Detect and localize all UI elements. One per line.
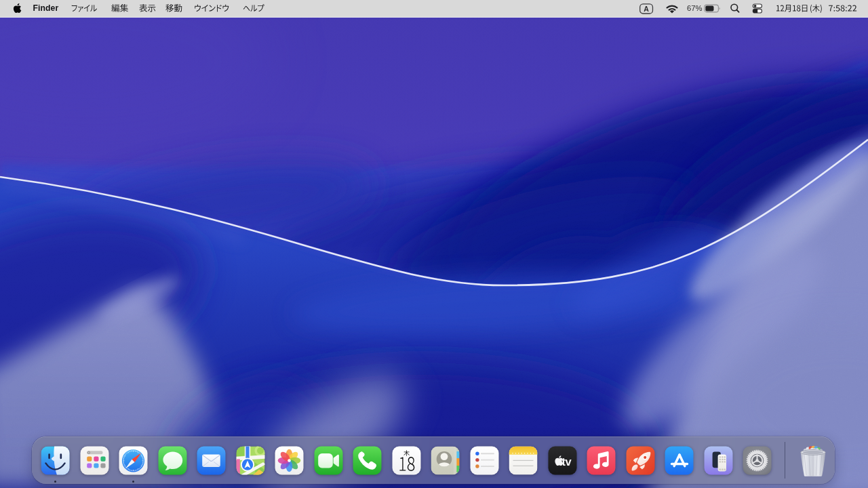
photos-icon [275, 446, 304, 475]
dock-item-trash[interactable] [797, 445, 829, 477]
menu-file[interactable] [66, 0, 102, 17]
dock-item-photos[interactable] [275, 446, 304, 475]
music-icon [587, 446, 616, 475]
calendar-icon [392, 446, 421, 475]
dock-item-contacts[interactable] [431, 446, 460, 475]
wallpaper [0, 0, 868, 488]
iphone-mirroring-icon [704, 446, 733, 475]
menu-window-label-glyphs [193, 0, 230, 17]
dock-item-launchpad[interactable] [80, 446, 109, 475]
system-settings-icon [743, 446, 772, 475]
dock-item-maps[interactable] [236, 446, 265, 475]
battery-percent: 67% [687, 0, 701, 18]
reminders-icon [470, 446, 499, 475]
dock-item-messages[interactable] [158, 446, 187, 475]
dock-item-system-settings[interactable] [743, 446, 772, 475]
messages-icon [158, 446, 187, 475]
dock-separator [785, 442, 785, 479]
dock-item-facetime[interactable] [314, 446, 343, 475]
menu-go[interactable] [160, 0, 188, 17]
maps-icon [236, 446, 265, 475]
search-icon [730, 0, 741, 17]
input-source-badge[interactable]: A [639, 0, 654, 17]
notes-icon [509, 446, 538, 475]
control-center-icon [752, 0, 763, 17]
menu-help[interactable] [237, 0, 270, 17]
dock-item-music[interactable] [587, 446, 616, 475]
control-center-button[interactable] [752, 0, 763, 17]
dock-item-notes[interactable] [509, 446, 538, 475]
active-app-name[interactable]: Finder [33, 0, 59, 17]
wifi-icon [666, 0, 678, 17]
menu-clock[interactable] [776, 0, 861, 17]
launchpad-icon [80, 446, 109, 475]
tv-icon: tv [548, 446, 577, 475]
menu-window[interactable] [189, 0, 235, 17]
wifi-indicator[interactable] [666, 0, 678, 17]
menu-edit-label-glyphs [111, 0, 129, 17]
finder-icon [41, 446, 70, 475]
clock-glyphs [776, 0, 861, 17]
app-store-icon [665, 446, 694, 475]
menu-file-label-glyphs [71, 0, 98, 17]
menu-view[interactable] [134, 0, 161, 17]
menu-view-label-glyphs [138, 0, 157, 17]
dock-item-safari[interactable] [119, 446, 148, 475]
menu-bar: Finder [0, 0, 868, 18]
dock-item-mail[interactable] [197, 446, 226, 475]
apple-menu[interactable] [9, 0, 25, 17]
spotlight-button[interactable] [730, 0, 741, 17]
dock-item-rocket[interactable] [626, 446, 655, 475]
input-source-icon: A [639, 0, 654, 17]
phone-icon [353, 446, 382, 475]
rocket-icon [626, 446, 655, 475]
menu-help-label-glyphs [242, 0, 265, 17]
dock-item-reminders[interactable] [470, 446, 499, 475]
tv-label: tv [561, 455, 572, 467]
apple-icon [9, 0, 25, 17]
desktop: Finder [0, 0, 868, 488]
menu-edit[interactable] [106, 0, 134, 17]
dock-item-finder[interactable] [41, 446, 70, 475]
dock-item-tv[interactable]: tv [548, 446, 577, 475]
dock-item-phone[interactable] [353, 446, 382, 475]
dock-item-app-store[interactable] [665, 446, 694, 475]
dock-item-calendar[interactable] [392, 446, 421, 475]
dock-item-iphone-mirroring[interactable] [704, 446, 733, 475]
battery-icon [704, 0, 722, 17]
contacts-icon [431, 446, 460, 475]
facetime-icon [314, 446, 343, 475]
menu-go-label-glyphs [165, 0, 183, 17]
safari-icon [119, 446, 148, 475]
mail-icon [197, 446, 226, 475]
trash-icon [797, 445, 829, 477]
input-source-letter: A [644, 5, 649, 13]
